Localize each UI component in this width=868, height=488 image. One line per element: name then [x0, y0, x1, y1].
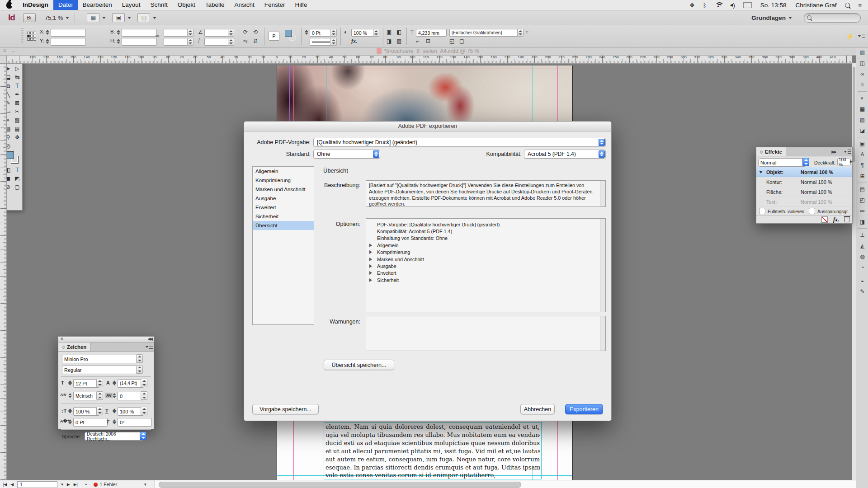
effects-panel-icon[interactable]: ◪: [856, 125, 868, 136]
shear-field[interactable]: [204, 38, 231, 46]
fit-frame-button[interactable]: ▢: [459, 38, 464, 44]
menu-item-indesign[interactable]: InDesign: [18, 0, 53, 10]
effects-row-text[interactable]: Text:Normal 100 %: [756, 197, 852, 207]
vertical-scale-field[interactable]: 100 %: [73, 407, 99, 416]
scrollbar-track[interactable]: [600, 181, 605, 206]
gap-tool-icon[interactable]: ↹: [13, 73, 22, 81]
preflight-icon[interactable]: ◔: [84, 482, 87, 487]
panel-menu-icon[interactable]: [844, 150, 850, 154]
collapse-icon[interactable]: ◀◀: [147, 337, 152, 341]
formatting-text-icon[interactable]: T: [13, 165, 22, 174]
margin-guide[interactable]: [557, 420, 558, 480]
last-page-button[interactable]: ▶|: [74, 482, 78, 487]
option-tree-row[interactable]: Sicherheit: [366, 277, 599, 283]
corner-options-icon[interactable]: ⌐: [416, 38, 419, 44]
scale-y-dropdown[interactable]: [187, 38, 193, 46]
object-style-dropdown[interactable]: [Einfacher Grafikrahmen]: [449, 29, 521, 37]
stroke-weight-stepper[interactable]: [305, 29, 309, 36]
tab-zeichen[interactable]: ◇Zeichen: [58, 343, 90, 351]
opacity-flyout-icon[interactable]: ▶: [850, 160, 853, 164]
vertical-scale-spinner[interactable]: [68, 408, 72, 414]
save-preset-button[interactable]: Vorgabe speichern...: [252, 404, 319, 414]
select-container-button[interactable]: P: [269, 32, 279, 41]
leading-spinner[interactable]: [113, 380, 117, 386]
cancel-button[interactable]: Abbrechen: [520, 404, 555, 414]
type-tool-icon[interactable]: T: [13, 81, 22, 90]
save-summary-button[interactable]: Übersicht speichern...: [324, 360, 394, 370]
pages-panel-icon[interactable]: ▥: [856, 47, 868, 58]
rotation-dropdown[interactable]: [228, 29, 234, 37]
layers-panel-icon[interactable]: ◫: [856, 58, 868, 69]
flip-horizontal-button[interactable]: ⇋: [243, 38, 248, 44]
screen-mode-button[interactable]: ▣: [112, 13, 125, 22]
stroke-panel-icon[interactable]: ≡: [856, 80, 868, 90]
quick-apply-icon[interactable]: ⚡: [846, 33, 854, 40]
scripts-panel-icon[interactable]: ✎: [856, 286, 868, 297]
width-field[interactable]: [122, 29, 157, 37]
menu-item-ansicht[interactable]: Ansicht: [229, 0, 259, 10]
rectangle-frame-tool-icon[interactable]: ⊠: [13, 99, 22, 107]
ruler-guide[interactable]: [533, 66, 533, 123]
scrollbar-track[interactable]: [600, 219, 605, 312]
option-tree-row[interactable]: Komprimierung: [366, 249, 599, 256]
blend-mode-stepper[interactable]: [802, 158, 809, 166]
fill-swatch[interactable]: [6, 151, 14, 159]
dialog-tab-erweitert[interactable]: Erweitert: [253, 203, 314, 212]
dialog-tab-allgemein[interactable]: Allgemein: [253, 167, 314, 176]
text-wrap-panel-icon[interactable]: ◨: [856, 216, 868, 227]
export-button[interactable]: Exportieren: [565, 404, 603, 414]
panel-menu-icon[interactable]: [146, 345, 152, 349]
first-page-button[interactable]: |◀: [3, 482, 7, 487]
menu-item-bearbeiten[interactable]: Bearbeiten: [78, 0, 117, 10]
opacity-dropdown[interactable]: [373, 29, 379, 37]
panel-menu-icon[interactable]: [858, 34, 864, 38]
menu-item-objekt[interactable]: Objekt: [173, 0, 200, 10]
search-input[interactable]: [811, 14, 854, 21]
rotation-field[interactable]: [204, 29, 231, 37]
scale-y-field[interactable]: [164, 38, 191, 46]
horizontal-scrollbar[interactable]: [155, 480, 856, 488]
leading-field[interactable]: (14,4 Pt): [118, 379, 144, 388]
menu-item-layout[interactable]: Layout: [117, 0, 146, 10]
scale-x-dropdown[interactable]: [187, 29, 193, 37]
trash-icon[interactable]: [844, 217, 849, 222]
preflight-menu-icon[interactable]: ▾: [144, 482, 146, 487]
workspace-switcher[interactable]: Grundlagen: [751, 14, 792, 21]
vertical-ruler[interactable]: [0, 63, 7, 480]
disclosure-triangle-icon[interactable]: [369, 250, 372, 254]
ruler-guide[interactable]: [326, 66, 326, 123]
language-stepper[interactable]: [140, 432, 146, 440]
hand-tool-icon[interactable]: ✥: [13, 133, 22, 141]
effects-row-fläche[interactable]: Fläche:Normal 100 %: [756, 187, 852, 197]
option-tree-row[interactable]: Allgemein: [366, 242, 599, 249]
placed-image[interactable]: [277, 66, 573, 123]
swatches-panel-icon[interactable]: ▦: [856, 103, 868, 114]
pathfinder-panel-icon[interactable]: ◭: [856, 240, 868, 251]
effects-row-kontur[interactable]: Kontur:Normal 100 %: [756, 177, 852, 187]
color-panel-icon[interactable]: ◐: [856, 93, 868, 103]
info-panel-icon[interactable]: ◍: [856, 251, 868, 262]
width-stepper[interactable]: [117, 29, 121, 36]
ruler-corner[interactable]: [0, 55, 7, 64]
previous-page-button[interactable]: ◀: [10, 482, 14, 487]
page-number-field[interactable]: 1: [17, 481, 57, 488]
vertical-scale-stepper[interactable]: [96, 407, 103, 415]
menu-item-datei[interactable]: Datei: [53, 0, 78, 10]
object-style-cap[interactable]: [517, 29, 524, 37]
glyphs-panel-icon[interactable]: ⊞: [856, 171, 868, 182]
skew-field[interactable]: 0°: [118, 418, 152, 427]
screen-mode-icon[interactable]: ▢: [13, 183, 22, 191]
tables-panel-icon[interactable]: ≔: [856, 206, 868, 216]
wrap-jump-button[interactable]: ▨: [396, 38, 401, 44]
disclosure-triangle-icon[interactable]: [369, 244, 372, 247]
expand-icon[interactable]: ▶▶: [831, 150, 836, 154]
disclosure-triangle-icon[interactable]: [759, 171, 763, 174]
wrap-none-button[interactable]: ▣: [387, 29, 392, 35]
fx-icon[interactable]: fx.: [833, 216, 839, 223]
horizontal-scale-spinner[interactable]: [113, 408, 117, 414]
vertical-scroll-thumb[interactable]: [853, 67, 855, 162]
y-field[interactable]: [51, 38, 86, 46]
bridge-button[interactable]: Br: [23, 13, 36, 22]
effects-row-objekt[interactable]: Objekt:Normal 100 %: [756, 167, 852, 177]
option-tree-row[interactable]: Erweitert: [366, 270, 599, 277]
